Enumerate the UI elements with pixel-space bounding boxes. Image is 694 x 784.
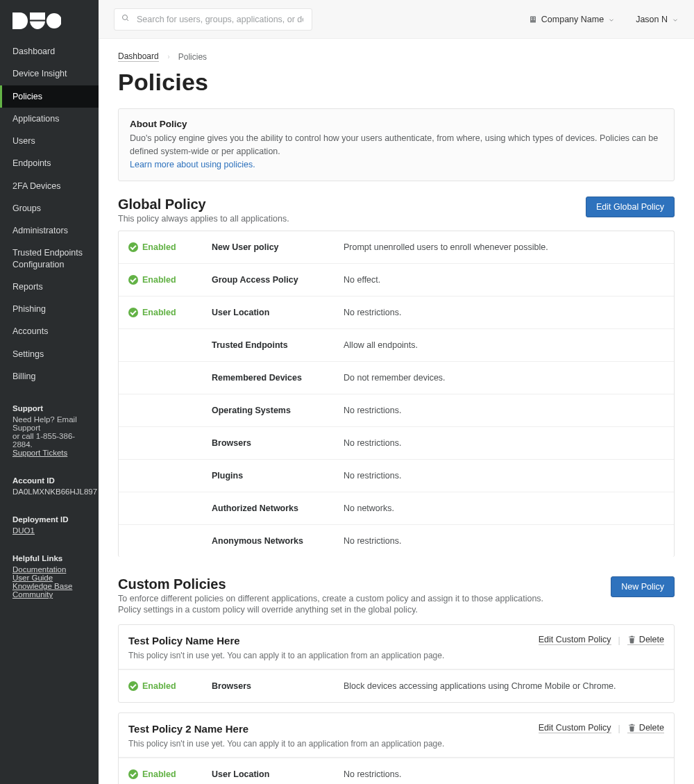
status-enabled: Enabled	[128, 769, 205, 779]
policy-row-name: Remembered Devices	[212, 373, 337, 383]
svg-rect-8	[534, 19, 535, 20]
sidebar-item-accounts[interactable]: Accounts	[0, 320, 99, 342]
building-icon	[529, 15, 537, 24]
policy-row: Trusted Endpoints Allow all endpoints.	[119, 328, 674, 361]
svg-rect-7	[531, 19, 532, 20]
svg-point-1	[46, 13, 61, 28]
sidebar-link-documentation[interactable]: Documentation	[12, 565, 66, 574]
sidebar-link-community[interactable]: Community	[12, 590, 53, 599]
sidebar-nav: Dashboard Device Insight Policies Applic…	[0, 36, 99, 387]
check-circle-icon	[128, 308, 138, 317]
sidebar-item-phishing[interactable]: Phishing	[0, 298, 99, 320]
sidebar-support-tickets-link[interactable]: Support Tickets	[12, 449, 67, 457]
chevron-down-icon	[672, 16, 679, 23]
status-label: Enabled	[142, 681, 176, 691]
policy-row: Browsers No restrictions.	[119, 426, 674, 459]
policy-row-name: Trusted Endpoints	[212, 340, 337, 350]
policy-row: Authorized Networks No networks.	[119, 492, 674, 524]
delete-custom-policy-link[interactable]: Delete	[627, 635, 664, 645]
content: Dashboard Policies Policies About Policy…	[99, 39, 694, 784]
sidebar: Dashboard Device Insight Policies Applic…	[0, 0, 99, 784]
custom-policy-name: Test Policy Name Here	[128, 635, 444, 647]
sidebar-account-value: DA0LMXNKB66HJL897	[12, 487, 86, 496]
sidebar-item-administrators[interactable]: Administrators	[0, 219, 99, 242]
search-icon	[121, 14, 130, 24]
custom-policies-title: Custom Policies	[118, 576, 543, 592]
search-box[interactable]	[114, 8, 312, 31]
company-label: Company Name	[541, 15, 604, 24]
svg-point-2	[123, 15, 128, 20]
sidebar-link-user-guide[interactable]: User Guide	[12, 574, 53, 582]
custom-policies-desc2: Policy settings in a custom policy will …	[118, 605, 543, 615]
policy-row: Anonymous Networks No restrictions.	[119, 524, 674, 557]
policy-row-desc: Do not remember devices.	[344, 373, 664, 383]
global-policy-table: Enabled New User policy Prompt unenrolle…	[118, 231, 675, 557]
sidebar-item-settings[interactable]: Settings	[0, 343, 99, 365]
policy-row-name: Plugins	[212, 471, 337, 481]
policy-row-desc: No networks.	[344, 503, 664, 513]
custom-policy-note: This policy isn't in use yet. You can ap…	[128, 739, 444, 749]
policy-row-desc: Block devices accessing applications usi…	[344, 681, 664, 691]
sidebar-item-users[interactable]: Users	[0, 130, 99, 152]
sidebar-item-endpoints[interactable]: Endpoints	[0, 152, 99, 174]
svg-rect-0	[30, 20, 45, 22]
status-label: Enabled	[142, 769, 176, 779]
sidebar-item-applications[interactable]: Applications	[0, 108, 99, 130]
global-policy-subtitle: This policy always applies to all applic…	[118, 214, 289, 224]
custom-policy-header: Test Policy 2 Name Here This policy isn'…	[119, 713, 674, 758]
sidebar-item-groups[interactable]: Groups	[0, 197, 99, 219]
policy-row-name: User Location	[212, 308, 337, 317]
delete-custom-policy-link[interactable]: Delete	[627, 723, 664, 733]
search-input[interactable]	[135, 14, 305, 25]
breadcrumb-home[interactable]: Dashboard	[118, 51, 159, 62]
edit-custom-policy-link[interactable]: Edit Custom Policy	[539, 723, 611, 733]
custom-policies-desc1: To enforce different policies on differe…	[118, 594, 543, 603]
policy-row: Enabled User Location No restrictions.	[119, 758, 674, 784]
sidebar-link-knowledge-base[interactable]: Knowledge Base	[12, 582, 72, 590]
user-menu[interactable]: Jason N	[636, 15, 679, 24]
sidebar-item-device-insight[interactable]: Device Insight	[0, 62, 99, 85]
sidebar-item-billing[interactable]: Billing	[0, 365, 99, 387]
about-body: Duo's policy engine gives you the abilit…	[130, 133, 658, 156]
action-divider: |	[618, 724, 620, 733]
sidebar-item-dashboard[interactable]: Dashboard	[0, 40, 99, 62]
svg-rect-6	[534, 17, 535, 19]
policy-row: Remembered Devices Do not remember devic…	[119, 361, 674, 394]
policy-row-name: Anonymous Networks	[212, 536, 337, 546]
brand-logo	[0, 0, 99, 36]
policy-row: Plugins No restrictions.	[119, 459, 674, 492]
policy-row-desc: No restrictions.	[344, 536, 664, 546]
policy-row-name: Browsers	[212, 681, 337, 691]
action-divider: |	[618, 635, 620, 645]
check-circle-icon	[128, 681, 138, 691]
sidebar-helpful-links-heading: Helpful Links	[12, 554, 86, 562]
sidebar-deployment: Deployment ID DUO1	[0, 506, 99, 544]
custom-policy-note: This policy isn't in use yet. You can ap…	[128, 651, 444, 660]
policy-row: Enabled Group Access Policy No effect.	[119, 263, 674, 296]
sidebar-support: Support Need Help? Email Support or call…	[0, 394, 99, 467]
sidebar-account-heading: Account ID	[12, 476, 86, 485]
status-enabled: Enabled	[128, 275, 205, 285]
policy-row: Enabled Browsers Block devices accessing…	[119, 669, 674, 702]
policy-row-desc: No restrictions.	[344, 438, 664, 448]
chevron-right-icon	[166, 52, 171, 62]
new-policy-button[interactable]: New Policy	[611, 576, 675, 597]
sidebar-item-trusted-endpoints-config[interactable]: Trusted Endpoints Configuration	[0, 242, 99, 276]
trash-icon	[627, 723, 636, 732]
policy-row-name: User Location	[212, 769, 337, 779]
sidebar-item-reports[interactable]: Reports	[0, 276, 99, 298]
status-label: Enabled	[142, 308, 176, 317]
sidebar-item-policies[interactable]: Policies	[0, 85, 99, 108]
policy-row-desc: No effect.	[344, 275, 664, 285]
about-policy-box: About Policy Duo's policy engine gives y…	[118, 108, 675, 181]
edit-global-policy-button[interactable]: Edit Global Policy	[586, 197, 675, 217]
edit-custom-policy-link[interactable]: Edit Custom Policy	[539, 635, 611, 645]
about-learn-more-link[interactable]: Learn more about using policies.	[130, 160, 255, 169]
sidebar-item-2fa-devices[interactable]: 2FA Devices	[0, 175, 99, 197]
sidebar-deployment-value[interactable]: DUO1	[12, 526, 35, 535]
sidebar-support-heading: Support	[12, 404, 86, 412]
svg-line-3	[127, 19, 129, 22]
about-title: About Policy	[130, 119, 663, 129]
custom-policy-card: Test Policy Name Here This policy isn't …	[118, 624, 675, 703]
company-menu[interactable]: Company Name	[529, 15, 615, 24]
